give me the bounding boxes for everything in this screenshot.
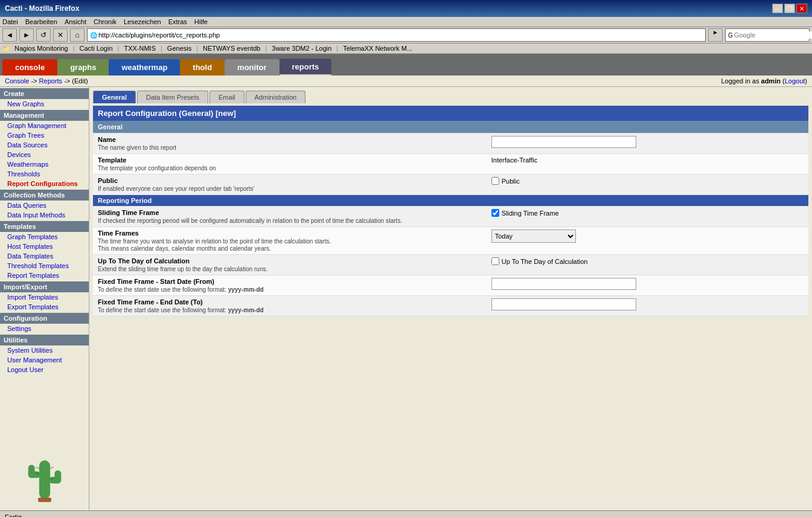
bookmark-3ware[interactable]: 3ware 3DM2 - Login: [272, 45, 331, 52]
menu-datei[interactable]: Datei: [2, 18, 18, 25]
tab-weathermap[interactable]: weathermap: [109, 59, 180, 75]
sidebar-item-graph-trees[interactable]: Graph Trees: [0, 130, 89, 140]
sliding-checkbox-label: Sliding Time Frame: [502, 210, 559, 217]
timeframes-select[interactable]: Today Yesterday This Week Last Week This…: [491, 230, 576, 243]
menu-bearbeiten[interactable]: Bearbeiten: [25, 18, 57, 25]
forward-button[interactable]: ►: [19, 28, 34, 42]
restore-button[interactable]: ❐: [784, 4, 795, 13]
sidebar-item-new-graphs[interactable]: New Graphs: [0, 99, 89, 109]
bookmark-nagios[interactable]: Nagios Monitoring: [14, 45, 68, 52]
menu-ansicht[interactable]: Ansicht: [65, 18, 86, 25]
cactus-logo: [0, 438, 89, 510]
field-timeframes-label-cell: Time Frames The time frame you want to a…: [93, 227, 487, 255]
svg-rect-5: [38, 498, 51, 502]
bookmark-genesis[interactable]: Genesis: [167, 45, 191, 52]
field-end-date-row: Fixed Time Frame - End Date (To) To defi…: [93, 296, 808, 316]
sidebar: Create New Graphs Management Graph Manag…: [0, 87, 89, 510]
menu-extras[interactable]: Extras: [168, 18, 187, 25]
go-button[interactable]: ►: [708, 28, 723, 42]
sidebar-item-thresholds[interactable]: Thresholds: [0, 169, 89, 179]
browser-toolbar: ◄ ► ↺ ✕ ⌂ 🌐 ► G: [0, 27, 812, 43]
status-bar: Fertig: [0, 510, 812, 517]
field-uptocalc-control-cell: Up To The Day of Calculation: [487, 255, 808, 275]
sidebar-item-report-templates[interactable]: Report Templates: [0, 271, 89, 280]
address-bar[interactable]: 🌐: [87, 28, 706, 42]
tab-general[interactable]: General: [93, 91, 136, 103]
field-template-value-cell: Interface-Traffic: [487, 154, 808, 175]
tab-thold[interactable]: thold: [180, 59, 225, 75]
sub-tab-row: General Data Item Presets Email Administ…: [93, 91, 808, 103]
field-sliding-desc: If checked the reporting period will be …: [98, 217, 402, 224]
sidebar-item-export-templates[interactable]: Export Templates: [0, 302, 89, 312]
bookmark-cacti[interactable]: Cacti Login: [80, 45, 113, 52]
bookmark-telemaxx[interactable]: TelemaXX Network M...: [343, 45, 412, 52]
search-input[interactable]: [734, 31, 812, 39]
field-public-label: Public: [98, 177, 482, 184]
sidebar-item-data-input-methods[interactable]: Data Input Methods: [0, 210, 89, 220]
sidebar-item-devices[interactable]: Devices: [0, 150, 89, 159]
field-sliding-row: Sliding Time Frame If checked the report…: [93, 207, 808, 227]
sidebar-header-import-export: Import/Export: [0, 281, 89, 292]
url-input[interactable]: [98, 31, 703, 39]
tab-administration[interactable]: Administration: [246, 91, 306, 103]
browser-window-controls: — ❐ ✕: [772, 4, 807, 13]
breadcrumb-console[interactable]: Console: [5, 77, 29, 85]
menu-hilfe[interactable]: Hilfe: [194, 18, 208, 25]
logout-link[interactable]: Logout: [785, 77, 805, 85]
sidebar-item-threshold-templates[interactable]: Threshold Templates: [0, 261, 89, 271]
sidebar-item-host-templates[interactable]: Host Templates: [0, 242, 89, 251]
svg-rect-0: [39, 460, 50, 499]
sidebar-item-user-management[interactable]: User Management: [0, 355, 89, 365]
sidebar-item-import-templates[interactable]: Import Templates: [0, 292, 89, 302]
field-end-date-label: Fixed Time Frame - End Date (To): [98, 298, 482, 306]
sidebar-item-system-utilities[interactable]: System Utilities: [0, 345, 89, 355]
field-sliding-control-cell: Sliding Time Frame: [487, 207, 808, 227]
content-area: Create New Graphs Management Graph Manag…: [0, 87, 812, 510]
tab-graphs[interactable]: graphs: [57, 59, 109, 75]
stop-button[interactable]: ✕: [53, 28, 68, 42]
tab-data-item-presets[interactable]: Data Item Presets: [137, 91, 208, 103]
sidebar-item-data-sources[interactable]: Data Sources: [0, 140, 89, 150]
public-checkbox[interactable]: [491, 177, 499, 185]
sidebar-item-weathermaps[interactable]: Weathermaps: [0, 159, 89, 169]
field-start-date-control-cell: [487, 275, 808, 296]
reporting-period-header-row: Reporting Period: [93, 195, 808, 207]
field-sliding-label: Sliding Time Frame: [98, 209, 482, 216]
svg-rect-4: [54, 470, 61, 484]
tab-console[interactable]: console: [2, 59, 57, 75]
field-name-desc: The name given to this report: [98, 144, 176, 151]
tab-reports[interactable]: reports: [280, 59, 332, 75]
breadcrumb-reports[interactable]: Reports: [39, 77, 63, 85]
config-table: General Name The name given to this repo…: [93, 121, 808, 316]
end-date-input[interactable]: [491, 298, 636, 310]
sidebar-item-data-templates[interactable]: Data Templates: [0, 251, 89, 261]
breadcrumb-edit: (Edit): [72, 77, 88, 85]
field-public-control-cell: Public: [487, 175, 808, 195]
sidebar-item-graph-templates[interactable]: Graph Templates: [0, 232, 89, 242]
menu-chronik[interactable]: Chronik: [94, 18, 117, 25]
field-end-date-control-cell: [487, 296, 808, 316]
field-name-label: Name: [98, 136, 482, 143]
sliding-checkbox[interactable]: [491, 209, 499, 217]
sidebar-item-report-configurations[interactable]: Report Configurations: [0, 179, 89, 188]
field-uptocalc-desc: Extend the sliding time frame up to the …: [98, 266, 267, 272]
home-button[interactable]: ⌂: [70, 28, 85, 42]
close-button[interactable]: ✕: [796, 4, 807, 13]
tab-email[interactable]: Email: [209, 91, 245, 103]
search-bar[interactable]: G: [725, 28, 810, 42]
minimize-button[interactable]: —: [772, 4, 783, 13]
menu-lesezeichen[interactable]: Lesezeichen: [124, 18, 161, 25]
tab-monitor[interactable]: monitor: [225, 59, 279, 75]
name-input[interactable]: [491, 136, 636, 148]
bookmark-txx[interactable]: TXX-NMIS: [124, 45, 156, 52]
back-button[interactable]: ◄: [2, 28, 17, 42]
bookmark-netways[interactable]: NETWAYS eventdb: [203, 45, 260, 52]
sidebar-item-logout-user[interactable]: Logout User: [0, 365, 89, 374]
field-public-desc: If enabled everyone can see your report …: [98, 185, 255, 192]
start-date-input[interactable]: [491, 278, 636, 290]
sidebar-item-settings[interactable]: Settings: [0, 324, 89, 333]
uptocalc-checkbox[interactable]: [491, 257, 499, 265]
sidebar-item-graph-management[interactable]: Graph Management: [0, 121, 89, 130]
reload-button[interactable]: ↺: [36, 28, 51, 42]
sidebar-item-data-queries[interactable]: Data Queries: [0, 201, 89, 210]
